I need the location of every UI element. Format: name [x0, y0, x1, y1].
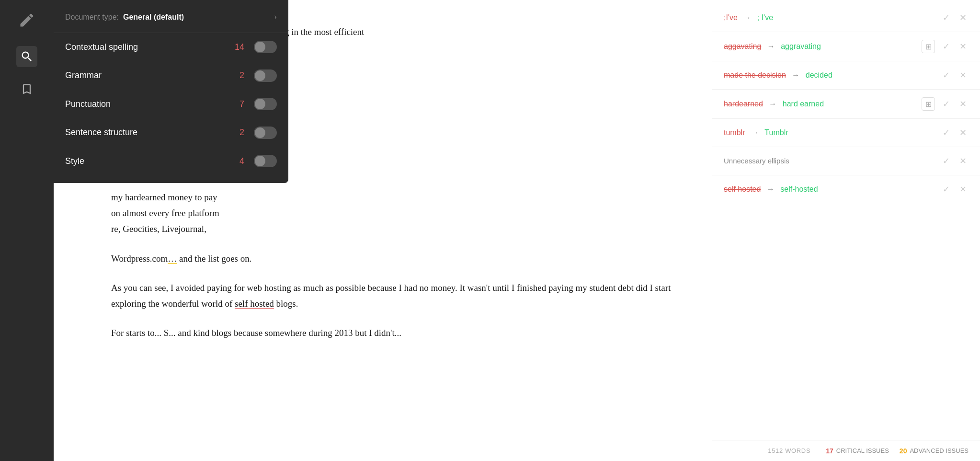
word-count: 1512 WORDS	[724, 447, 826, 454]
suggestion-actions-7: ✓ ✕	[941, 183, 969, 196]
dropdown-header[interactable]: Document type: General (default) ›	[54, 0, 288, 33]
suggestion-text-6: Unnecessary ellipsis	[724, 157, 935, 165]
suggestion-arrow-7: →	[767, 185, 775, 193]
critical-count: 17	[826, 447, 833, 455]
suggestion-item-4: hardearned → hard earned ⊞ ✓ ✕	[712, 90, 980, 119]
item-label-style: Style	[65, 154, 233, 169]
suggestion-actions-5: ✓ ✕	[941, 127, 969, 139]
app-logo	[16, 10, 37, 31]
toggle-sentence-structure[interactable]	[254, 127, 277, 139]
critical-label: CRITICAL ISSUES	[836, 447, 889, 454]
sidebar	[0, 0, 54, 461]
suggestion-arrow-2: →	[767, 42, 775, 50]
text-paragraph-4: my hardearned money to pay on almost eve…	[111, 189, 683, 237]
item-count-grammar: 2	[233, 68, 244, 83]
status-bar: 1512 WORDS 17 CRITICAL ISSUES 20 ADVANCE…	[712, 440, 980, 461]
add-to-dict-btn-4[interactable]: ⊞	[922, 97, 935, 111]
item-count-punctuation: 7	[233, 97, 244, 112]
dismiss-btn-6[interactable]: ✕	[957, 155, 969, 167]
dropdown-chevron-icon: ›	[274, 10, 277, 25]
dropdown-item-grammar[interactable]: Grammar 2	[54, 61, 288, 90]
suggestion-original-1: ;I've	[724, 13, 738, 22]
accept-btn-6[interactable]: ✓	[941, 155, 952, 167]
suggestion-text-7: self hosted → self-hosted	[724, 185, 935, 194]
toggle-contextual-spelling[interactable]	[254, 41, 277, 53]
suggestion-text-4: hardearned → hard earned	[724, 100, 916, 108]
suggestion-arrow-5: →	[751, 128, 759, 137]
suggestion-replacement-7: self-hosted	[780, 185, 818, 193]
suggestion-text-3: made the decision → decided	[724, 71, 935, 80]
accept-btn-4[interactable]: ✓	[941, 98, 952, 110]
suggestion-item-2: aggavating → aggravating ⊞ ✓ ✕	[712, 32, 980, 61]
item-label-punctuation: Punctuation	[65, 97, 233, 112]
suggestion-label-6: Unnecessary ellipsis	[724, 157, 789, 165]
suggestion-item-5: tumblr → Tumblr ✓ ✕	[712, 119, 980, 147]
dropdown-item-style[interactable]: Style 4	[54, 147, 288, 176]
doc-type-value: General (default)	[123, 13, 184, 21]
item-label-grammar: Grammar	[65, 68, 233, 83]
item-count-contextual-spelling: 14	[233, 40, 244, 55]
suggestion-actions-6: ✓ ✕	[941, 155, 969, 167]
suggestion-item-3: made the decision → decided ✓ ✕	[712, 61, 980, 90]
dropdown-item-sentence-structure[interactable]: Sentence structure 2	[54, 118, 288, 147]
dropdown-item-punctuation[interactable]: Punctuation 7	[54, 90, 288, 119]
suggestion-actions-1: ✓ ✕	[941, 12, 969, 24]
sidebar-item-search[interactable]	[16, 46, 37, 67]
text-hardearned: hardearned	[125, 192, 165, 202]
suggestion-item-7: self hosted → self-hosted ✓ ✕	[712, 175, 980, 203]
dropdown-item-contextual-spelling[interactable]: Contextual spelling 14	[54, 33, 288, 62]
accept-btn-7[interactable]: ✓	[941, 183, 952, 196]
issues-badge: 17 CRITICAL ISSUES 20 ADVANCED ISSUES	[826, 447, 969, 455]
advanced-count: 20	[900, 447, 907, 455]
pen-icon	[18, 12, 35, 29]
accept-btn-2[interactable]: ✓	[941, 40, 952, 53]
toggle-style[interactable]	[254, 155, 277, 167]
doc-type-prefix: Document type:	[65, 13, 119, 21]
document-type-label: Document type: General (default)	[65, 11, 274, 24]
suggestion-original-5: tumblr	[724, 128, 745, 137]
accept-btn-3[interactable]: ✓	[941, 69, 952, 81]
suggestion-actions-2: ⊞ ✓ ✕	[922, 40, 969, 53]
text-ellipsis: …	[168, 254, 177, 264]
text-paragraph-6: As you can see, I avoided paying for web…	[111, 280, 683, 312]
add-to-dict-btn-2[interactable]: ⊞	[922, 40, 935, 53]
suggestion-original-3: made the decision	[724, 71, 786, 79]
suggestion-replacement-2: aggravating	[781, 42, 821, 50]
advanced-label: ADVANCED ISSUES	[910, 447, 969, 454]
suggestion-text-5: tumblr → Tumblr	[724, 128, 935, 137]
suggestion-arrow-1: →	[743, 13, 751, 22]
suggestion-arrow-4: →	[769, 100, 776, 108]
suggestion-actions-4: ⊞ ✓ ✕	[922, 97, 969, 111]
suggestion-replacement-5: Tumblr	[764, 128, 788, 137]
search-icon	[20, 50, 34, 63]
item-count-sentence-structure: 2	[233, 125, 244, 140]
text-paragraph-5: Wordpress.com… and the list goes on.	[111, 251, 683, 266]
suggestion-list: ;I've → ; I've ✓ ✕ aggavating → aggravat…	[712, 0, 980, 440]
suggestion-item-6: Unnecessary ellipsis ✓ ✕	[712, 147, 980, 175]
right-panel: ;I've → ; I've ✓ ✕ aggavating → aggravat…	[712, 0, 980, 461]
suggestion-replacement-3: decided	[806, 71, 832, 79]
bookmark-icon	[20, 82, 34, 96]
suggestion-replacement-1: ; I've	[757, 13, 773, 22]
item-count-style: 4	[233, 154, 244, 169]
text-paragraph-7: For starts to... S... and kind blogs bec…	[111, 325, 683, 341]
suggestion-arrow-3: →	[792, 71, 799, 79]
toggle-punctuation[interactable]	[254, 98, 277, 110]
suggestion-replacement-4: hard earned	[783, 100, 824, 108]
suggestion-original-7: self hosted	[724, 185, 761, 193]
dismiss-btn-1[interactable]: ✕	[957, 12, 969, 24]
suggestion-original-4: hardearned	[724, 100, 763, 108]
dismiss-btn-7[interactable]: ✕	[957, 183, 969, 196]
dismiss-btn-4[interactable]: ✕	[957, 98, 969, 110]
dismiss-btn-3[interactable]: ✕	[957, 69, 969, 81]
suggestion-item-1: ;I've → ; I've ✓ ✕	[712, 4, 980, 32]
sidebar-item-bookmarks[interactable]	[16, 79, 37, 100]
accept-btn-5[interactable]: ✓	[941, 127, 952, 139]
dismiss-btn-2[interactable]: ✕	[957, 40, 969, 53]
text-area: Document type: General (default) › Conte…	[54, 0, 712, 461]
dismiss-btn-5[interactable]: ✕	[957, 127, 969, 139]
suggestion-original-2: aggavating	[724, 42, 761, 50]
suggestion-text-1: ;I've → ; I've	[724, 13, 935, 22]
toggle-grammar[interactable]	[254, 69, 277, 82]
accept-btn-1[interactable]: ✓	[941, 12, 952, 24]
